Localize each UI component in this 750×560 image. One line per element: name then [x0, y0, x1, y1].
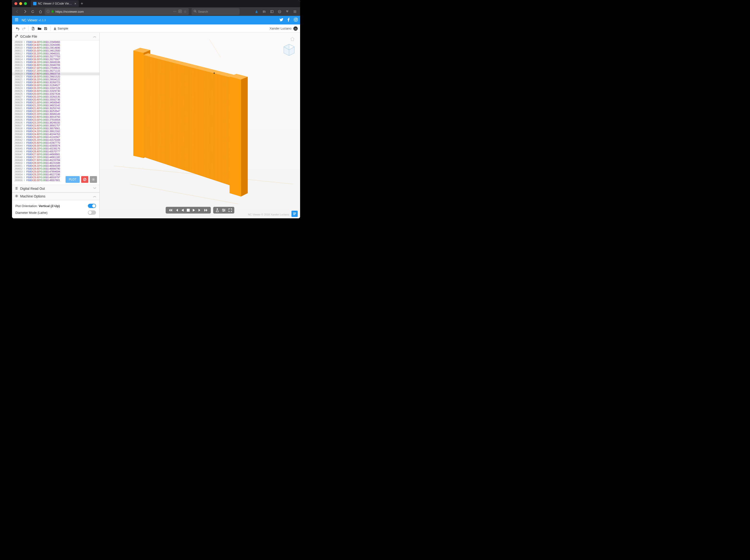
menu-button[interactable]	[292, 8, 298, 15]
code-line[interactable]: 280624l F500 X19.20 Y0.00 E0.31597128	[12, 87, 99, 90]
code-line[interactable]: 280621l F500 X18.20 Y0.00 E0.29934122	[12, 78, 99, 81]
code-line[interactable]: 280649l F500 X27.80 Y0.00 E0.45233784	[12, 159, 99, 162]
step-forward-button[interactable]	[198, 208, 201, 212]
sidebar-button[interactable]	[269, 8, 275, 15]
code-line[interactable]: 280618l F500 X17.20 Y0.00 E0.28271115	[12, 69, 99, 72]
code-line[interactable]: 280645l F500 X26.20 Y0.00 E0.43238176	[12, 147, 99, 150]
code-line[interactable]: 280641l F500 X25.00 Y0.00 E0.41242567	[12, 136, 99, 139]
flask-icon[interactable]	[216, 208, 219, 212]
code-line[interactable]: 280616l F500 X16.80 Y0.00 E0.26940709	[12, 64, 99, 67]
code-line[interactable]: 280652l F500 X28.80 Y0.00 E0.46896790	[12, 167, 99, 170]
orientation-toggle[interactable]	[88, 204, 96, 208]
maximize-window-button[interactable]	[24, 2, 27, 5]
close-window-button[interactable]	[14, 2, 17, 5]
code-line[interactable]: 280623l F500 X19.00 Y0.00 E0.31264527	[12, 84, 99, 87]
bookmark-icon[interactable]: ☆	[184, 9, 187, 14]
sample-button[interactable]: Sample	[52, 27, 70, 30]
new-file-button[interactable]	[30, 25, 36, 32]
diameter-toggle[interactable]	[88, 210, 96, 215]
code-line[interactable]: 280620l F500 X18.00 Y0.00 E0.29601520	[12, 75, 99, 78]
code-line[interactable]: 280611l F500 X15.00 Y0.00 E0.24612500	[12, 49, 99, 52]
forward-button[interactable]	[22, 8, 28, 15]
code-line[interactable]: 280625l F500 X19.80 Y0.00 E0.31929730	[12, 90, 99, 92]
code-line[interactable]: 280612l F500 X15.20 Y0.00 E0.24945101	[12, 52, 99, 55]
code-line[interactable]: 280653l F500 X29.00 Y0.00 E0.47894594	[12, 170, 99, 173]
code-line[interactable]: 280628l F500 X20.80 Y0.00 E0.33592736	[12, 98, 99, 101]
code-line[interactable]: 280610l F500 X14.80 Y0.00 E0.23614696	[12, 46, 99, 49]
info-icon[interactable]: ⓘ	[46, 9, 50, 14]
undo-button[interactable]	[14, 25, 21, 32]
step-back-button[interactable]	[175, 208, 178, 212]
settings-button[interactable]	[90, 176, 97, 183]
machine-panel-header[interactable]: Machine Options ︿	[12, 192, 99, 200]
code-line[interactable]: 280619l F500 X17.80 Y0.00 E0.28603716	[12, 72, 99, 75]
code-line[interactable]: 280608l F500 X14.00 Y0.00 E0.22949493	[12, 41, 99, 44]
library-button[interactable]	[261, 8, 268, 15]
code-line[interactable]: 280642l F500 X25.20 Y0.00 E0.41575169	[12, 139, 99, 142]
gcode-panel-header[interactable]: GCode File ︿	[12, 33, 99, 40]
play-button[interactable]	[193, 208, 195, 212]
save-file-button[interactable]	[42, 25, 49, 32]
code-line[interactable]: 280637l F500 X23.80 Y0.00 E0.38581757	[12, 124, 99, 127]
facebook-icon[interactable]	[287, 18, 291, 23]
code-line[interactable]: 280629l F500 X21.00 Y0.00 E0.34590540	[12, 101, 99, 104]
overflow-button[interactable]	[284, 8, 291, 15]
3d-viewport[interactable]: NC Viewer © 2018 Xander Luciano	[100, 33, 300, 218]
code-line[interactable]: 280632l F500 X22.00 Y0.00 E0.36253547	[12, 110, 99, 113]
code-line[interactable]: 280644l F500 X26.00 Y0.00 E0.42905574	[12, 144, 99, 147]
redo-button[interactable]	[21, 25, 27, 32]
code-line[interactable]: 280654l F500 X29.20 Y0.00 E0.48227196	[12, 173, 99, 176]
plot-button[interactable]: PLOT	[65, 176, 80, 183]
code-line[interactable]: 280640l F500 X24.80 Y0.00 E0.40244763	[12, 133, 99, 136]
code-line[interactable]: 280639l F500 X24.20 Y0.00 E0.39912162	[12, 130, 99, 133]
minimize-window-button[interactable]	[19, 2, 22, 5]
code-line[interactable]: 280631l F500 X21.80 Y0.00 E0.35255743	[12, 107, 99, 110]
code-line[interactable]: 280617l F500 X17.00 Y0.00 E0.27938513	[12, 67, 99, 69]
code-line[interactable]: 280648l F500 X27.20 Y0.00 E0.44901182	[12, 156, 99, 159]
reload-button[interactable]	[29, 8, 36, 15]
close-tab-button[interactable]: ×	[75, 2, 76, 5]
code-line[interactable]: 280615l F500 X16.20 Y0.00 E0.26608108	[12, 61, 99, 64]
clear-button[interactable]	[81, 176, 88, 183]
reader-icon[interactable]	[178, 9, 182, 14]
code-line[interactable]: 280650l F500 X28.00 Y0.00 E0.46231588	[12, 162, 99, 165]
code-line[interactable]: 280638l F500 X24.00 Y0.00 E0.39579561	[12, 127, 99, 130]
code-line[interactable]: 280622l F500 X18.80 Y0.00 E0.30266723	[12, 81, 99, 84]
new-tab-button[interactable]: +	[81, 1, 83, 6]
search-bar[interactable]: Search	[192, 8, 240, 15]
code-line[interactable]: 280646l F500 X26.80 Y0.00 E0.43570777	[12, 150, 99, 153]
sliders-icon[interactable]	[222, 208, 226, 212]
twitter-icon[interactable]	[279, 18, 283, 23]
open-file-button[interactable]	[36, 25, 42, 32]
code-line[interactable]: 280627l F500 X20.20 Y0.00 E0.33260135	[12, 96, 99, 98]
fullscreen-icon[interactable]	[229, 208, 232, 212]
code-line[interactable]: 280613l F500 X15.80 Y0.00 E0.25277703	[12, 55, 99, 58]
code-line[interactable]: 280633l F500 X22.20 Y0.00 E0.36586149	[12, 113, 99, 116]
back-button[interactable]	[14, 8, 21, 15]
code-line[interactable]: 280643l F500 X25.80 Y0.00 E0.41907770	[12, 142, 99, 144]
code-line[interactable]: 280651l F500 X28.20 Y0.00 E0.46564189	[12, 165, 99, 167]
code-line[interactable]: 280647l F500 X27.00 Y0.00 E0.44568581	[12, 153, 99, 156]
home-button[interactable]	[37, 8, 44, 15]
instagram-icon[interactable]	[294, 18, 298, 23]
code-line[interactable]: 280614l F500 X16.00 Y0.00 E0.26275507	[12, 58, 99, 61]
dashboard-icon[interactable]	[293, 26, 298, 31]
forward-end-button[interactable]	[204, 208, 209, 212]
code-line[interactable]: 280634l F500 X22.80 Y0.00 E0.36918750	[12, 116, 99, 119]
code-line[interactable]: 280630l F500 X21.20 Y0.00 E0.34923142	[12, 104, 99, 107]
browser-tab[interactable]: NC Viewer // GCode Viewer and… ×	[31, 0, 79, 7]
rewind-start-button[interactable]	[168, 208, 172, 212]
download-button[interactable]	[253, 8, 260, 15]
dro-panel-header[interactable]: Digital Read Out ﹀	[12, 185, 99, 192]
code-editor[interactable]: 280608l F500 X14.00 Y0.00 E0.22949493280…	[12, 40, 99, 185]
more-icon[interactable]: ⋯	[173, 9, 176, 14]
play-back-button[interactable]	[181, 208, 184, 212]
code-line[interactable]: 280635l F500 X23.00 Y0.00 E0.37916554	[12, 119, 99, 121]
code-line[interactable]: 280609l F500 X14.60 Y0.00 E0.23282095	[12, 44, 99, 46]
stop-button[interactable]	[187, 209, 190, 212]
code-line[interactable]: 280636l F500 X23.20 Y0.00 E0.38249155	[12, 121, 99, 124]
url-bar[interactable]: ⓘ https://ncviewer.com ⋯ ☆	[45, 8, 189, 15]
footer-logo[interactable]	[292, 211, 298, 217]
code-line[interactable]: 280626l F500 X20.00 Y0.00 E0.32927534	[12, 92, 99, 96]
extension-m-button[interactable]: M	[276, 8, 283, 15]
